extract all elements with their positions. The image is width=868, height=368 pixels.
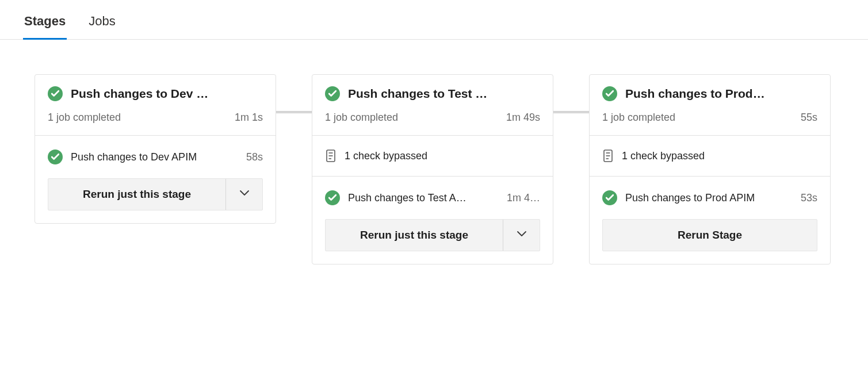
- checks-text: 1 check bypassed: [622, 150, 817, 162]
- chevron-down-icon: [517, 229, 527, 241]
- success-icon: [48, 86, 63, 101]
- stage-header: Push changes to Dev …: [35, 75, 276, 106]
- stages-row: Push changes to Dev … 1 job completed 1m…: [35, 74, 845, 264]
- stage-header: Push changes to Prod…: [590, 75, 830, 106]
- stage-title: Push changes to Test …: [348, 87, 540, 101]
- job-name: Push changes to Dev APIM: [71, 151, 238, 163]
- checks-row[interactable]: 1 check bypassed: [590, 136, 830, 176]
- stage-summary-row: 1 job completed 55s: [590, 106, 830, 135]
- job-duration: 53s: [801, 192, 817, 204]
- stage-summary-row: 1 job completed 1m 1s: [35, 106, 276, 135]
- stage-connector: [276, 111, 312, 113]
- success-icon: [48, 150, 63, 164]
- checks-text: 1 check bypassed: [345, 150, 540, 162]
- stage-summary: 1 job completed: [602, 112, 675, 124]
- success-icon: [602, 190, 617, 205]
- stage-card-prod[interactable]: Push changes to Prod… 1 job completed 55…: [589, 74, 831, 264]
- job-row[interactable]: Push changes to Dev APIM 58s: [35, 136, 276, 178]
- success-icon: [325, 190, 340, 205]
- job-name: Push changes to Test A…: [348, 192, 499, 204]
- tab-jobs[interactable]: Jobs: [87, 14, 116, 39]
- job-duration: 1m 4…: [507, 192, 540, 204]
- checklist-icon: [325, 150, 337, 162]
- stage-connector: [553, 111, 589, 113]
- success-icon: [325, 86, 340, 101]
- job-duration: 58s: [246, 151, 263, 163]
- stage-summary-row: 1 job completed 1m 49s: [312, 106, 553, 135]
- checks-row[interactable]: 1 check bypassed: [312, 136, 553, 176]
- rerun-split-button: Rerun just this stage: [325, 219, 540, 251]
- stage-duration: 1m 49s: [506, 112, 540, 124]
- job-name: Push changes to Prod APIM: [625, 192, 793, 204]
- rerun-menu-button[interactable]: [503, 220, 540, 251]
- tab-stages[interactable]: Stages: [23, 14, 67, 39]
- chevron-down-icon: [239, 188, 250, 201]
- rerun-menu-button[interactable]: [225, 179, 262, 210]
- rerun-stage-button[interactable]: Rerun just this stage: [48, 179, 225, 210]
- stages-canvas: Push changes to Dev … 1 job completed 1m…: [0, 40, 868, 327]
- success-icon: [602, 86, 617, 101]
- stage-title: Push changes to Dev …: [71, 87, 263, 101]
- rerun-stage-button[interactable]: Rerun Stage: [602, 219, 817, 251]
- stage-title: Push changes to Prod…: [625, 87, 817, 101]
- stage-header: Push changes to Test …: [312, 75, 553, 106]
- stage-duration: 1m 1s: [235, 112, 263, 124]
- stage-card-test[interactable]: Push changes to Test … 1 job completed 1…: [312, 74, 553, 264]
- rerun-split-button: Rerun just this stage: [48, 178, 263, 210]
- rerun-stage-button[interactable]: Rerun just this stage: [326, 220, 503, 251]
- job-row[interactable]: Push changes to Test A… 1m 4…: [312, 177, 553, 219]
- job-row[interactable]: Push changes to Prod APIM 53s: [590, 177, 830, 219]
- checklist-icon: [602, 150, 614, 162]
- tab-bar: Stages Jobs: [0, 0, 868, 40]
- stage-summary: 1 job completed: [325, 112, 398, 124]
- stage-card-dev[interactable]: Push changes to Dev … 1 job completed 1m…: [35, 74, 276, 224]
- stage-duration: 55s: [801, 112, 817, 124]
- stage-summary: 1 job completed: [48, 112, 121, 124]
